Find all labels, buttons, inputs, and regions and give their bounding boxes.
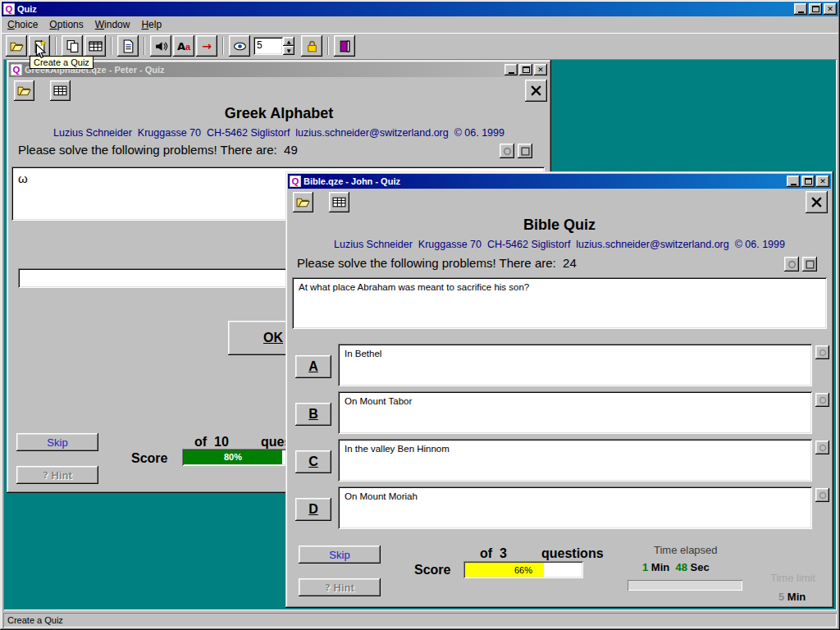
time-elapsed-value: 1 Min 48 Sec [642, 561, 710, 573]
close-quiz-button[interactable] [806, 191, 828, 213]
answer-c-box: In the valley Ben Hinnom [338, 439, 812, 482]
maximize-button[interactable] [801, 176, 815, 187]
close-button[interactable]: ✕ [534, 64, 547, 75]
close-quiz-button[interactable] [525, 80, 547, 102]
magnifier-icon [503, 147, 512, 156]
quiz-heading: Greek Alphabet [7, 105, 551, 122]
menu-bar: Choice Options Window Help [2, 17, 838, 32]
lock-icon [305, 39, 319, 53]
statistics-button[interactable] [329, 192, 349, 212]
open-button[interactable] [14, 80, 34, 101]
lock-button[interactable] [301, 35, 322, 57]
answer-d-picture-button[interactable] [815, 488, 829, 502]
hint-icon: ? [325, 582, 330, 593]
answer-d-box: On Mount Moriah [338, 486, 812, 529]
open-quiz-button[interactable] [6, 35, 27, 57]
score-questions-label: questions [541, 546, 604, 561]
help-button[interactable] [334, 35, 355, 57]
score-of-label: of 10 [194, 435, 229, 450]
toolbar-separator [55, 37, 57, 55]
time-elapsed-label: Time elapsed [654, 544, 718, 556]
minimize-button[interactable] [787, 176, 800, 187]
repeat-count-spinner: 5 ▲ ▼ [253, 37, 294, 55]
score-label: Score [131, 451, 167, 466]
close-icon: ✕ [819, 178, 826, 185]
table-button[interactable] [84, 35, 106, 57]
hint-button[interactable]: ? Hint [16, 466, 98, 484]
picture-button[interactable] [784, 257, 799, 272]
picture-button[interactable] [500, 144, 514, 158]
skip-button[interactable]: Skip [299, 546, 381, 564]
maximize-icon [805, 178, 812, 185]
answer-row-c: C In the valley Ben Hinnom [285, 439, 833, 482]
greek-window-title: GreekAlphabet.qze - Peter - Quiz [25, 65, 502, 75]
sound-button[interactable] [150, 35, 171, 57]
score-progress-bar: 66% [463, 561, 583, 578]
direction-button[interactable]: → [196, 35, 217, 57]
picture-window-button[interactable] [518, 144, 532, 158]
close-button[interactable]: ✕ [816, 176, 829, 187]
hint-button[interactable]: ? Hint [299, 578, 381, 596]
minimize-icon [509, 72, 514, 74]
picture-window-button[interactable] [802, 257, 817, 272]
menu-choice[interactable]: Choice [2, 17, 43, 32]
statistics-button[interactable] [50, 80, 71, 101]
bible-title-bar[interactable]: Q Bible.qze - John - Quiz ✕ [288, 174, 831, 189]
magnifier-icon [819, 444, 827, 452]
minimize-icon [798, 11, 804, 13]
repeat-count-value[interactable]: 5 [253, 37, 283, 55]
copy-button[interactable] [62, 35, 83, 57]
spin-up-button[interactable]: ▲ [283, 37, 294, 46]
score-of-label: of 3 [480, 546, 507, 561]
answer-row-a: A In Bethel [285, 344, 833, 386]
quiz-heading: Bible Quiz [285, 217, 833, 234]
answer-c-picture-button[interactable] [815, 441, 829, 454]
eye-icon [233, 39, 247, 53]
hint-icon: ? [43, 470, 48, 481]
skip-button[interactable]: Skip [16, 433, 98, 451]
answer-b-button[interactable]: B [295, 403, 331, 426]
bible-quiz-window: Q Bible.qze - John - Quiz ✕ Bible Quiz L… [285, 171, 833, 608]
answer-b-box: On Mount Tabor [338, 391, 812, 434]
toolbar-separator [111, 37, 112, 55]
menu-options[interactable]: Options [43, 17, 89, 32]
main-window-title: Quiz [17, 4, 792, 14]
open-button[interactable] [293, 192, 313, 212]
maximize-icon [523, 66, 530, 73]
answer-a-box: In Bethel [338, 344, 812, 386]
main-toolbar: Aa → 5 ▲ ▼ [2, 33, 838, 58]
answer-row-d: D On Mount Moriah [285, 486, 833, 529]
maximize-button[interactable] [519, 64, 532, 75]
time-limit-value: 5 Min [778, 591, 806, 603]
grid-icon [53, 84, 67, 98]
status-panel: Create a Quiz [3, 613, 837, 628]
folder-open-icon [296, 195, 310, 209]
report-button[interactable] [117, 35, 139, 57]
folder-open-icon [10, 39, 24, 53]
font-button[interactable]: Aa [173, 35, 194, 57]
answer-a-picture-button[interactable] [815, 345, 829, 359]
minimize-button[interactable] [504, 64, 518, 75]
time-limit-label: Time limit [770, 572, 815, 584]
score-percent: 66% [463, 561, 583, 578]
restore-button[interactable] [809, 3, 822, 15]
grid-icon [89, 39, 103, 53]
answer-a-button[interactable]: A [295, 355, 331, 378]
quiz-app-window: Q Quiz ✕ Choice Options Window Help [0, 0, 840, 630]
answer-b-picture-button[interactable] [815, 393, 829, 407]
menu-help[interactable]: Help [135, 17, 167, 32]
quiz-q-icon: Q [290, 176, 301, 187]
answer-c-button[interactable]: C [295, 450, 331, 473]
copy-icon [66, 39, 80, 53]
question-text: At what place Abraham was meant to sacri… [292, 277, 827, 297]
close-button[interactable]: ✕ [824, 3, 837, 15]
menu-window[interactable]: Window [89, 17, 136, 32]
minimize-button[interactable] [794, 3, 807, 15]
main-title-bar[interactable]: Q Quiz ✕ [2, 2, 838, 16]
spin-down-button[interactable]: ▼ [283, 46, 294, 55]
svg-text:Q: Q [6, 4, 13, 14]
window-box-icon [521, 147, 530, 156]
answer-d-button[interactable]: D [295, 498, 331, 521]
view-button[interactable] [229, 35, 250, 57]
document-icon [121, 39, 135, 53]
